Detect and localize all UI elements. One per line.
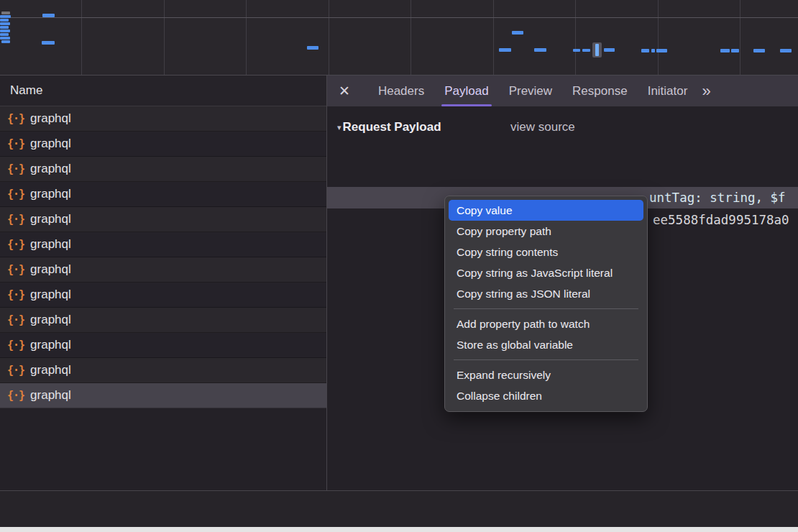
json-braces-icon: {·}	[7, 339, 24, 352]
context-menu: Copy valueCopy property pathCopy string …	[444, 196, 648, 412]
menu-item-add-property-path-to-watch[interactable]: Add property path to watch	[445, 313, 647, 334]
request-timing-bar	[573, 49, 580, 52]
name-column-label: Name	[10, 83, 42, 98]
request-timing-bar	[656, 49, 667, 52]
json-braces-icon: {·}	[7, 188, 24, 201]
timeline-gridline	[246, 0, 247, 75]
status-footer	[0, 491, 798, 527]
request-row[interactable]: {·}graphql	[0, 106, 326, 132]
request-name-label: graphql	[30, 288, 71, 302]
request-row[interactable]: {·}graphql	[0, 308, 326, 333]
menu-divider	[454, 359, 638, 360]
variables-preview-fragment: ee5588fdad995178a0	[653, 209, 789, 231]
payload-operation-row[interactable]: operationName: "ipFlowTimeseries"	[327, 166, 798, 188]
json-braces-icon: {·}	[7, 288, 24, 301]
menu-item-copy-value[interactable]: Copy value	[449, 200, 643, 221]
request-name-label: graphql	[30, 338, 71, 352]
request-row[interactable]: {·}graphql	[0, 132, 326, 157]
menu-item-copy-string-contents[interactable]: Copy string contents	[445, 242, 647, 262]
name-column-header[interactable]: Name	[0, 75, 326, 106]
request-row[interactable]: {·}graphql	[0, 283, 326, 308]
section-title: Request Payload	[343, 120, 441, 134]
request-row[interactable]: {·}graphql	[0, 182, 326, 207]
json-braces-icon: {·}	[7, 112, 24, 125]
view-source-link[interactable]: view source	[510, 120, 575, 134]
request-timing-bar	[731, 49, 739, 52]
json-braces-icon: {·}	[7, 162, 24, 175]
request-timing-bar	[1, 12, 10, 14]
overview-lane-divider	[0, 17, 798, 18]
menu-item-copy-string-as-json-literal[interactable]: Copy string as JSON literal	[445, 283, 647, 304]
request-timing-bar	[0, 19, 9, 22]
payload-root-row[interactable]: ▼{operationName: "ipFlowTimeseries", var…	[327, 144, 798, 165]
menu-item-copy-property-path[interactable]: Copy property path	[445, 221, 647, 242]
close-icon[interactable]: ✕	[339, 83, 350, 99]
request-name-label: graphql	[30, 187, 71, 201]
timeline-gridline	[81, 0, 82, 75]
request-timing-bar	[641, 49, 649, 52]
menu-item-copy-string-as-javascript-literal[interactable]: Copy string as JavaScript literal	[445, 262, 647, 283]
request-row-selected[interactable]: {·}graphql	[0, 383, 326, 408]
json-braces-icon: {·}	[7, 213, 24, 226]
request-timing-bar	[42, 41, 55, 45]
json-braces-icon: {·}	[7, 263, 24, 276]
request-timing-bar	[0, 22, 10, 25]
request-timing-bar	[0, 29, 10, 32]
request-timing-bar	[512, 31, 523, 35]
request-row[interactable]: {·}graphql	[0, 207, 326, 232]
request-payload-section-header[interactable]: ▾ Request Payload	[337, 119, 441, 136]
request-timing-bar	[720, 49, 730, 52]
request-name-label: graphql	[30, 212, 71, 226]
request-timing-bar	[651, 49, 655, 52]
menu-item-collapse-children[interactable]: Collapse children	[445, 385, 647, 406]
section-collapse-arrow-icon[interactable]: ▾	[337, 123, 341, 132]
json-braces-icon: {·}	[7, 389, 24, 402]
request-timing-bar	[582, 49, 590, 52]
request-timing-bar	[0, 15, 11, 18]
request-name-label: graphql	[30, 137, 71, 151]
json-braces-icon: {·}	[7, 313, 24, 326]
tab-preview[interactable]: Preview	[499, 75, 562, 106]
request-timing-bar	[0, 26, 9, 29]
request-timing-bar	[1, 40, 10, 43]
tab-initiator[interactable]: Initiator	[638, 75, 698, 106]
request-name-label: graphql	[30, 162, 71, 176]
network-overview-timeline[interactable]	[0, 0, 798, 75]
tab-payload[interactable]: Payload	[434, 75, 498, 106]
timeline-gridline	[411, 0, 411, 75]
timeline-gridline	[164, 0, 165, 75]
timeline-gridline	[658, 0, 659, 75]
timeline-gridline	[575, 0, 576, 75]
request-name-label: graphql	[30, 388, 71, 403]
menu-item-store-as-global-variable[interactable]: Store as global variable	[445, 334, 647, 355]
devtools-network-window: Name ✕ HeadersPayloadPreviewResponseInit…	[0, 0, 798, 532]
menu-item-expand-recursively[interactable]: Expand recursively	[445, 364, 647, 385]
detail-tabbar: ✕ HeadersPayloadPreviewResponseInitiator…	[327, 75, 798, 106]
request-row[interactable]: {·}graphql	[0, 358, 326, 383]
request-name-label: graphql	[30, 313, 71, 327]
request-timing-bar	[42, 14, 55, 17]
request-row[interactable]: {·}graphql	[0, 232, 326, 257]
request-timing-bar	[753, 49, 765, 52]
request-timing-bar	[0, 33, 9, 36]
tab-response[interactable]: Response	[562, 75, 638, 106]
request-timing-bar	[604, 48, 615, 52]
more-tabs-icon[interactable]: »	[702, 82, 709, 101]
json-braces-icon: {·}	[7, 364, 24, 377]
request-timing-bar	[307, 46, 318, 50]
overview-selected-request-marker	[592, 42, 602, 58]
timeline-gridline	[329, 0, 329, 75]
json-braces-icon: {·}	[7, 137, 24, 150]
json-braces-icon: {·}	[7, 238, 24, 251]
timeline-gridline	[493, 0, 494, 75]
request-row[interactable]: {·}graphql	[0, 257, 326, 283]
request-row[interactable]: {·}graphql	[0, 157, 326, 182]
tab-headers[interactable]: Headers	[368, 75, 434, 106]
timeline-gridline	[740, 0, 740, 75]
request-timing-bar	[499, 48, 511, 52]
overview-selected-request-bar	[595, 44, 599, 56]
request-row[interactable]: {·}graphql	[0, 333, 326, 358]
request-name-label: graphql	[30, 111, 71, 126]
menu-divider	[454, 308, 638, 309]
request-list: {·}graphql{·}graphql{·}graphql{·}graphql…	[0, 106, 326, 490]
